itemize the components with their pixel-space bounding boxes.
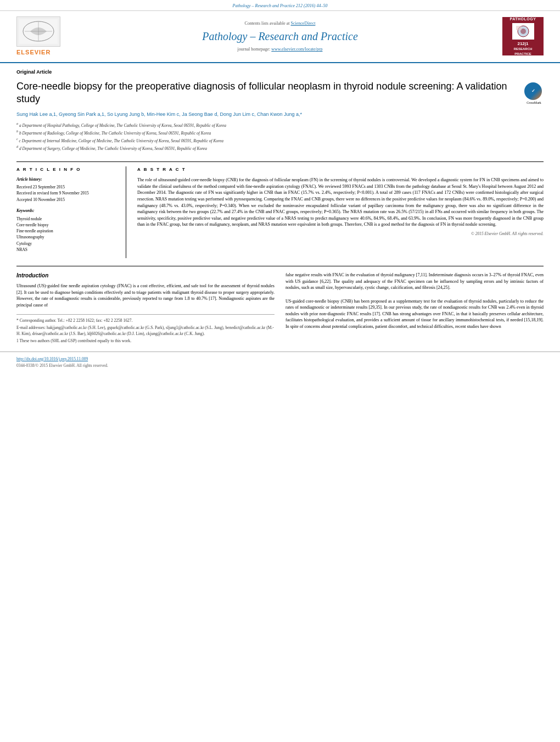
abstract-column: A B S T R A C T The role of ultrasound-g… xyxy=(137,166,544,258)
article-info-header: A R T I C L E I N F O xyxy=(16,166,118,172)
elsevier-logo-area: ELSEVIER xyxy=(16,16,66,57)
main-left-column: Introduction Ultrasound (US)-guided fine… xyxy=(16,272,275,345)
crossmark-icon: ✓ xyxy=(524,82,542,100)
logo-image-area xyxy=(512,23,534,40)
introduction-text: Ultrasound (US)-guided fine needle aspir… xyxy=(16,283,275,308)
journal-header: ELSEVIER Contents lists available at Sci… xyxy=(0,11,560,63)
authors-line: Sung Hak Lee a,1, Gyeong Sin Park a,1, S… xyxy=(16,111,519,118)
footnote-corresponding: * Corresponding author. Tel.: +82 2 2258… xyxy=(16,318,275,324)
sciencedirect-link[interactable]: ScienceDirect xyxy=(291,21,316,26)
keywords-list: Thyroid nodule Core-needle biopsy Fine-n… xyxy=(16,216,118,253)
logo-text-pathology: PATHOLOGY xyxy=(510,16,536,22)
footer-bar: http://dx.doi.org/10.1016/j.prp.2015.11.… xyxy=(0,352,560,373)
homepage-link-area: journal homepage: www.elsevier.com/locat… xyxy=(66,46,494,52)
journal-center: Contents lists available at ScienceDirec… xyxy=(66,20,494,52)
affiliation-d: d d Department of Surgery, College of Me… xyxy=(16,144,519,152)
affiliation-b: b b Department of Radiology, College of … xyxy=(16,129,519,136)
main-content-section: Introduction Ultrasound (US)-guided fine… xyxy=(16,266,544,345)
abstract-header: A B S T R A C T xyxy=(137,166,544,172)
top-bar: Pathology – Research and Practice 212 (2… xyxy=(0,0,560,11)
doi-link[interactable]: http://dx.doi.org/10.1016/j.prp.2015.11.… xyxy=(16,356,544,362)
logo-text-practice: PRACTICE xyxy=(514,52,531,56)
footnote-note: 1 These two authors (SHL and GSP) contri… xyxy=(16,338,275,344)
article-body: Original Article Core-needle biopsy for … xyxy=(0,63,560,352)
copyright-notice: © 2015 Elsevier GmbH. All rights reserve… xyxy=(137,231,544,237)
article-info-abstract-section: A R T I C L E I N F O Article history: R… xyxy=(16,161,544,258)
homepage-url[interactable]: www.elsevier.com/locate/prp xyxy=(271,47,322,52)
revised-date: Received in revised form 9 November 2015 xyxy=(16,191,118,197)
received-date: Received 23 September 2015 xyxy=(16,185,118,191)
issn-line: 0344-0338/© 2015 Elsevier GmbH. All righ… xyxy=(16,363,544,369)
title-row: Core-needle biopsy for the preoperative … xyxy=(16,80,544,157)
keyword-3: Fine-needle aspiration xyxy=(16,228,118,234)
elsevier-brand-text: ELSEVIER xyxy=(16,48,66,57)
footnote-email: E-mail addresses: hakjjang@catholic.ac.k… xyxy=(16,325,275,337)
affiliation-a: a a Department of Hospital Pathology, Co… xyxy=(16,121,519,129)
article-history: Article history: Received 23 September 2… xyxy=(16,177,118,203)
affiliations: a a Department of Hospital Pathology, Co… xyxy=(16,121,519,152)
keyword-4: Ultrasonography xyxy=(16,234,118,240)
main-right-column: false negative results with FNAC in the … xyxy=(285,272,544,345)
journal-reference: Pathology – Research and Practice 212 (2… xyxy=(233,3,328,8)
svg-rect-7 xyxy=(516,26,522,30)
keyword-6: NRAS xyxy=(16,247,118,253)
journal-title: Pathology – Research and Practice xyxy=(66,29,494,44)
crossmark-label: CrossMark xyxy=(524,101,544,105)
page: Pathology – Research and Practice 212 (2… xyxy=(0,0,560,742)
introduction-title: Introduction xyxy=(16,272,275,280)
keyword-5: Cytology xyxy=(16,241,118,247)
affiliation-c: c c Department of Internal Medicine, Col… xyxy=(16,137,519,144)
footnotes-section: * Corresponding author. Tel.: +82 2 2258… xyxy=(16,314,275,344)
elsevier-logo-image xyxy=(16,16,60,47)
history-label: Article history: xyxy=(16,177,118,183)
contents-availability: Contents lists available at ScienceDirec… xyxy=(66,20,494,26)
keywords-section: Keywords: Thyroid nodule Core-needle bio… xyxy=(16,208,118,253)
keyword-1: Thyroid nodule xyxy=(16,216,118,222)
logo-volume-num: 212|1 xyxy=(517,41,528,47)
keywords-label: Keywords: xyxy=(16,208,118,214)
right-col-text-1: false negative results with FNAC in the … xyxy=(285,272,544,291)
crossmark-badge[interactable]: ✓ CrossMark xyxy=(524,82,544,102)
logo-text-research: RESEARCH xyxy=(514,47,533,51)
article-title: Core-needle biopsy for the preoperative … xyxy=(16,80,519,106)
article-info-column: A R T I C L E I N F O Article history: R… xyxy=(16,166,126,258)
abstract-text: The role of ultrasound-guided core-needl… xyxy=(137,177,544,228)
accepted-date: Accepted 10 November 2015 xyxy=(16,197,118,203)
journal-logo-box: PATHOLOGY 212|1 RESEARCH PRACTICE xyxy=(502,17,544,55)
keyword-2: Core-needle biopsy xyxy=(16,222,118,228)
article-type: Original Article xyxy=(16,69,544,76)
right-col-text-2: US-guided core-needle biopsy (CNB) has b… xyxy=(285,298,544,330)
journal-logo-right: PATHOLOGY 212|1 RESEARCH PRACTICE xyxy=(494,17,544,55)
